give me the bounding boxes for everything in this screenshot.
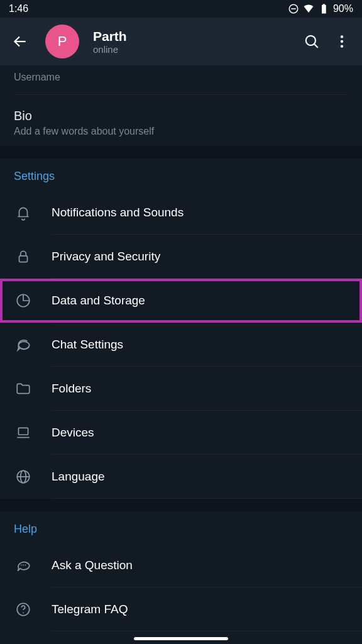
row-label: Telegram FAQ [52,602,353,616]
row-label: Devices [52,426,353,440]
avatar[interactable]: P [45,25,79,58]
svg-rect-10 [19,256,28,262]
section-divider [0,499,362,511]
help-row-chat-dots[interactable]: Ask a Question [0,543,362,587]
username-label[interactable]: Username [14,72,348,83]
chat-icon [14,335,33,354]
arrow-left-icon [12,33,28,50]
settings-title: Settings [0,170,362,191]
section-divider [0,146,362,158]
row-label: Data and Storage [52,294,353,308]
svg-rect-12 [18,428,28,435]
svg-rect-2 [322,5,326,14]
wifi-icon [303,3,314,14]
globe-icon [14,467,33,486]
dnd-icon [288,3,299,14]
back-button[interactable] [5,26,35,57]
settings-row-globe[interactable]: Language [0,455,362,499]
chat-dots-icon [14,556,33,575]
svg-point-19 [25,565,26,566]
profile-name: Parth [93,29,292,44]
more-button[interactable] [327,26,357,57]
profile-status: online [93,44,292,55]
folder-icon [14,379,33,398]
battery-icon [318,3,329,14]
settings-row-folder[interactable]: Folders [0,367,362,411]
settings-row-laptop[interactable]: Devices [0,411,362,455]
svg-point-5 [306,36,315,45]
help-title: Help [0,523,362,543]
lock-icon [14,247,33,266]
pie-icon [14,291,33,310]
svg-point-9 [341,45,343,47]
row-label: Notifications and Sounds [52,206,353,219]
search-button[interactable] [297,26,327,57]
status-bar: 1:46 90% [0,0,362,18]
row-label: Chat Settings [52,338,353,352]
svg-line-6 [314,44,318,48]
settings-row-bell[interactable]: Notifications and Sounds [0,191,362,235]
profile-info: Username Bio Add a few words about yours… [0,65,362,146]
svg-point-7 [341,35,343,38]
profile-header: P Parth online [0,18,362,65]
bio-label[interactable]: Bio [14,109,348,123]
row-label: Language [52,470,353,484]
search-icon [304,33,320,50]
svg-point-18 [23,565,24,566]
question-icon [14,600,33,619]
home-indicator[interactable] [134,637,228,640]
row-label: Ask a Question [52,558,353,572]
status-time: 1:46 [9,3,28,14]
svg-rect-3 [322,4,325,6]
avatar-letter: P [58,33,67,50]
bell-icon [14,203,33,222]
settings-section: Settings Notifications and SoundsPrivacy… [0,158,362,499]
svg-point-8 [341,40,343,43]
battery-percent: 90% [333,3,353,14]
status-right: 90% [288,3,353,14]
help-section: Help Ask a QuestionTelegram FAQ [0,511,362,631]
settings-row-lock[interactable]: Privacy and Security [0,235,362,279]
more-vertical-icon [334,33,350,50]
settings-row-pie[interactable]: Data and Storage [0,279,362,323]
row-label: Folders [52,382,353,396]
help-row-question[interactable]: Telegram FAQ [0,587,362,631]
profile-text: Parth online [93,29,292,55]
settings-row-chat[interactable]: Chat Settings [0,323,362,367]
svg-point-17 [21,565,22,566]
row-label: Privacy and Security [52,250,353,264]
svg-point-21 [23,613,24,614]
laptop-icon [14,423,33,442]
bio-hint: Add a few words about yourself [14,126,348,137]
